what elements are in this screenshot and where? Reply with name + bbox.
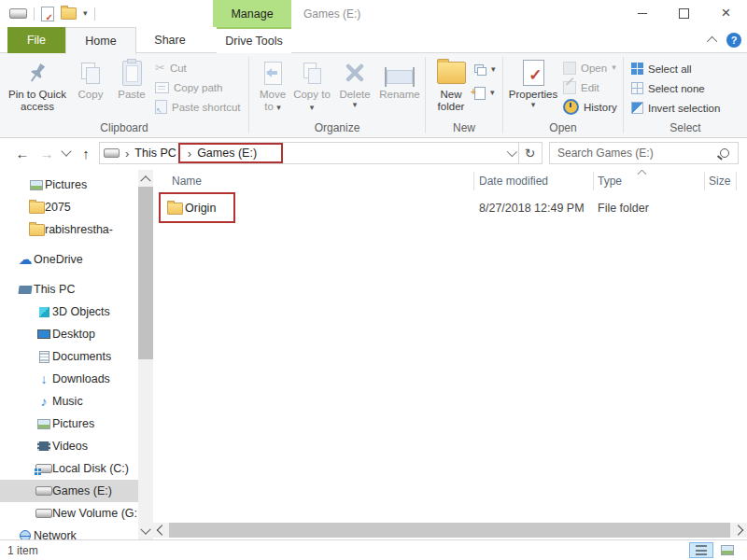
open-button[interactable]: Open — [563, 58, 617, 77]
folder-icon — [29, 224, 45, 236]
cut-icon — [155, 61, 165, 75]
copy-path-button[interactable]: Copy path — [155, 77, 241, 97]
sidebar-item-games-e[interactable]: Games (E:) — [0, 480, 153, 502]
ribbon-group-clipboard: Pin to Quick access Copy Paste Cut Copy … — [0, 53, 248, 137]
tab-file[interactable]: File — [7, 27, 65, 53]
maximize-button[interactable] — [663, 0, 705, 27]
title-bar: Manage Games (E:) — [0, 0, 747, 27]
select-none-button[interactable]: Select none — [631, 78, 720, 98]
scrollbar-thumb[interactable] — [138, 187, 153, 359]
copy-button[interactable]: Copy — [71, 57, 110, 101]
sidebar-item-local-disk-c[interactable]: Local Disk (C:) — [0, 457, 153, 480]
window-controls — [621, 0, 747, 27]
column-separator[interactable] — [593, 172, 594, 190]
up-button[interactable] — [75, 142, 97, 164]
address-bar[interactable]: This PC Games (E:) — [99, 142, 519, 164]
sidebar-item-documents[interactable]: Documents — [0, 345, 153, 368]
this-pc-icon — [18, 286, 32, 294]
refresh-button[interactable] — [518, 142, 543, 164]
details-view-button[interactable] — [689, 542, 713, 558]
scrollbar-thumb[interactable] — [169, 523, 730, 538]
search-box[interactable] — [549, 142, 739, 164]
select-all-button[interactable]: Select all — [631, 59, 720, 78]
sidebar-item-new-volume-g[interactable]: New Volume (G: — [0, 502, 153, 525]
quick-access-toolbar — [9, 0, 95, 27]
forward-button[interactable] — [35, 142, 58, 164]
scroll-left-button[interactable] — [153, 523, 168, 538]
scroll-up-button[interactable] — [138, 170, 153, 186]
copy-to-button[interactable]: Copy to — [293, 57, 331, 113]
recent-locations-button[interactable] — [58, 142, 75, 164]
horizontal-scrollbar[interactable] — [153, 523, 747, 538]
invert-selection-button[interactable]: Invert selection — [631, 98, 720, 118]
easy-access-button[interactable] — [474, 60, 496, 79]
rename-icon — [387, 70, 413, 84]
column-header-name[interactable]: Name — [172, 170, 202, 192]
new-folder-button[interactable]: New folder — [430, 57, 472, 113]
sidebar-item-videos[interactable]: Videos — [0, 435, 153, 457]
select-none-icon — [631, 82, 643, 94]
move-to-button[interactable]: Move to — [254, 57, 291, 113]
chevron-right-icon — [733, 525, 743, 535]
group-label-new: New — [426, 121, 502, 134]
tab-drive-tools[interactable]: Drive Tools — [217, 27, 291, 53]
sidebar-item-network[interactable]: Network — [0, 525, 153, 539]
thumbnails-view-button[interactable] — [715, 542, 740, 558]
details-view-icon — [696, 545, 707, 555]
history-button[interactable]: History — [563, 97, 617, 117]
column-header-size[interactable]: Size — [709, 170, 730, 192]
sidebar-item-desktop[interactable]: Desktop — [0, 323, 153, 345]
sidebar-scrollbar[interactable] — [138, 170, 153, 539]
search-input[interactable] — [556, 146, 720, 161]
sidebar-item-pictures-pinned[interactable]: Pictures — [0, 174, 153, 196]
paste-button[interactable]: Paste — [112, 57, 151, 101]
file-list-pane: Name Date modified Type Size Origin 8/27… — [153, 170, 747, 539]
back-button[interactable] — [11, 142, 34, 164]
cut-button[interactable]: Cut — [155, 58, 241, 77]
tab-share[interactable]: Share — [136, 27, 204, 53]
column-separator[interactable] — [704, 172, 705, 190]
qat-customize-caret-icon[interactable] — [83, 9, 88, 18]
main-content: Pictures 2075 rabishrestha- OneDrive Thi… — [0, 170, 747, 539]
new-item-button[interactable] — [474, 83, 496, 103]
sidebar-item-this-pc[interactable]: This PC — [0, 278, 153, 301]
column-separator[interactable] — [473, 172, 474, 190]
sidebar-item-onedrive[interactable]: OneDrive — [0, 248, 153, 271]
breadcrumb-this-pc[interactable]: This PC — [134, 147, 176, 160]
paste-shortcut-button[interactable]: Paste shortcut — [155, 97, 241, 117]
file-row-origin[interactable]: Origin 8/27/2018 12:49 PM File folder — [153, 194, 741, 222]
breadcrumb-games-e[interactable]: Games (E:) — [197, 147, 257, 160]
edit-button[interactable]: Edit — [563, 77, 617, 97]
scroll-right-button[interactable] — [732, 523, 747, 538]
breadcrumb-separator-icon — [125, 147, 129, 161]
column-header-date-modified[interactable]: Date modified — [479, 170, 548, 192]
properties-button[interactable]: Properties — [507, 57, 559, 109]
tab-home[interactable]: Home — [65, 27, 136, 54]
folder-icon — [167, 203, 183, 215]
sidebar-item-3d-objects[interactable]: 3D Objects — [0, 301, 153, 323]
qat-properties-icon[interactable] — [41, 7, 54, 21]
separator — [94, 7, 95, 21]
qat-new-folder-icon[interactable] — [61, 7, 77, 20]
sidebar-item-2075[interactable]: 2075 — [0, 196, 153, 218]
collapse-ribbon-icon[interactable] — [707, 36, 717, 47]
select-all-icon — [631, 63, 643, 75]
search-icon[interactable] — [720, 148, 729, 158]
sidebar-item-pictures[interactable]: Pictures — [0, 413, 153, 435]
help-icon[interactable] — [726, 33, 741, 48]
scroll-down-button[interactable] — [138, 524, 153, 539]
column-separator[interactable] — [736, 172, 737, 190]
sidebar-item-music[interactable]: Music — [0, 390, 153, 413]
sidebar-item-downloads[interactable]: Downloads — [0, 368, 153, 390]
sidebar-item-rabishrestha[interactable]: rabishrestha- — [0, 218, 153, 241]
rename-button[interactable]: Rename — [376, 57, 423, 101]
group-label-open: Open — [503, 121, 623, 134]
address-dropdown-icon[interactable] — [507, 147, 517, 157]
pin-to-quick-access-button[interactable]: Pin to Quick access — [7, 57, 67, 113]
delete-button[interactable]: Delete — [333, 57, 376, 109]
file-name[interactable]: Origin — [185, 202, 216, 215]
close-button[interactable] — [705, 0, 747, 27]
ribbon-group-organize: Move to Copy to Delete Rename Organize — [249, 53, 425, 137]
column-header-type[interactable]: Type — [598, 170, 622, 192]
minimize-button[interactable] — [621, 0, 663, 27]
